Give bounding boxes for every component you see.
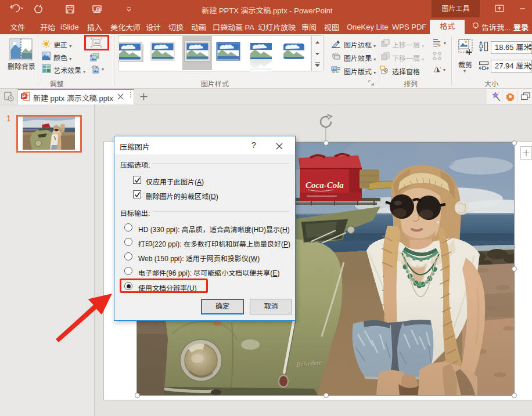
svg-text:P: P	[22, 93, 26, 99]
